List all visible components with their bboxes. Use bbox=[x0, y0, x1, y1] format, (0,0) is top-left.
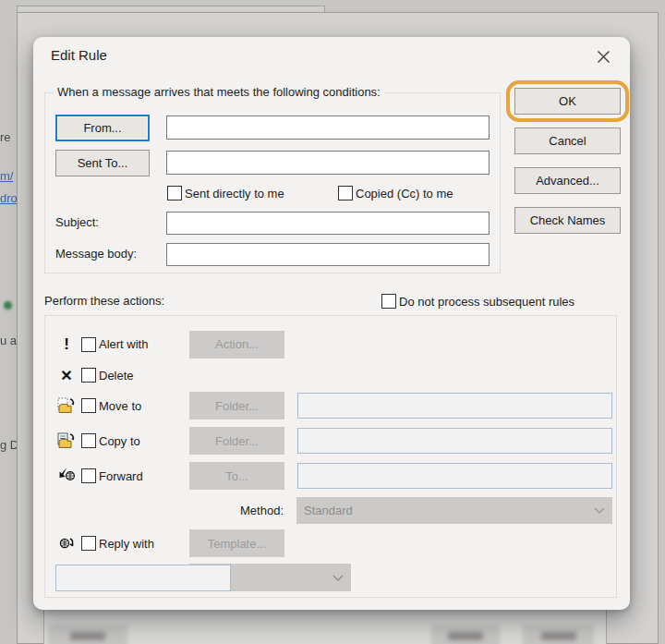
dialog-title: Edit Rule bbox=[51, 47, 107, 63]
copy-folder-input bbox=[297, 428, 612, 454]
checkbox-label: Delete bbox=[99, 369, 134, 383]
blurred-button bbox=[431, 625, 500, 644]
delete-icon: ✕ bbox=[52, 367, 81, 384]
subject-label: Subject: bbox=[55, 215, 99, 229]
action-row-reply: Reply with Template... bbox=[44, 529, 617, 557]
method-value: Standard bbox=[304, 504, 353, 517]
do-not-process-checkbox[interactable]: Do not process subsequent rules bbox=[381, 294, 574, 309]
message-body-input[interactable] bbox=[166, 243, 490, 266]
perform-actions-heading: Perform these actions: bbox=[44, 294, 164, 308]
checkbox-label: Do not process subsequent rules bbox=[399, 295, 574, 309]
method-dropdown: Standard bbox=[296, 497, 612, 524]
cancel-button[interactable]: Cancel bbox=[514, 128, 621, 154]
background-link-fragment: m/ bbox=[0, 169, 13, 183]
conditions-legend: When a message arrives that meets the fo… bbox=[54, 85, 384, 99]
move-to-checkbox[interactable]: Move to bbox=[81, 398, 185, 413]
blurred-button bbox=[523, 625, 594, 644]
checkbox-label: Sent directly to me bbox=[185, 187, 284, 200]
checkbox-box[interactable] bbox=[81, 536, 96, 551]
blurred-button bbox=[48, 625, 127, 644]
message-body-label: Message body: bbox=[55, 247, 137, 261]
method-label: Method: bbox=[148, 504, 284, 517]
alert-icon: ! bbox=[52, 335, 81, 354]
checkbox-label: Alert with bbox=[99, 337, 148, 351]
action-row-move: Move to Folder... bbox=[44, 392, 617, 419]
forward-checkbox[interactable]: Forward bbox=[81, 468, 185, 483]
forward-to-input bbox=[297, 463, 612, 489]
alert-with-checkbox[interactable]: Alert with bbox=[81, 337, 185, 352]
reply-template-button: Template... bbox=[189, 529, 284, 557]
chevron-down-icon bbox=[332, 575, 344, 581]
sent-directly-checkbox[interactable]: Sent directly to me bbox=[167, 186, 284, 200]
checkbox-label: Copy to bbox=[99, 434, 140, 448]
from-button[interactable]: From... bbox=[55, 115, 150, 141]
reply-with-checkbox[interactable]: Reply with bbox=[81, 536, 185, 551]
custom-input bbox=[55, 565, 231, 591]
forward-to-button: To... bbox=[189, 462, 284, 490]
close-icon[interactable] bbox=[593, 46, 613, 67]
background-link-fragment: dro bbox=[0, 191, 18, 205]
checkbox-box[interactable] bbox=[81, 398, 96, 413]
checkbox-label: Move to bbox=[99, 399, 141, 413]
checkbox-box[interactable] bbox=[381, 294, 396, 309]
sent-to-input[interactable] bbox=[166, 151, 490, 175]
reply-with-icon bbox=[52, 536, 81, 551]
background-green-dot bbox=[4, 301, 12, 310]
action-row-custom: ▶ Custom bbox=[44, 564, 617, 591]
checkbox-box[interactable] bbox=[81, 433, 96, 448]
checkbox-label: Reply with bbox=[99, 537, 154, 551]
action-row-copy: Copy to Folder... bbox=[44, 427, 617, 455]
check-names-button[interactable]: Check Names bbox=[514, 207, 621, 234]
checkbox-box[interactable] bbox=[338, 186, 353, 200]
checkbox-box[interactable] bbox=[81, 468, 96, 483]
copy-to-checkbox[interactable]: Copy to bbox=[81, 433, 185, 448]
from-input[interactable] bbox=[166, 115, 490, 140]
copy-to-folder-icon bbox=[52, 432, 81, 449]
edit-rule-dialog: Edit Rule When a message arrives that me… bbox=[33, 37, 630, 610]
background-text-fragment: re bbox=[0, 130, 11, 144]
subject-input[interactable] bbox=[166, 212, 490, 235]
advanced-button[interactable]: Advanced... bbox=[514, 167, 621, 194]
checkbox-label: Copied (Cc) to me bbox=[356, 187, 453, 200]
checkbox-box[interactable] bbox=[167, 186, 182, 200]
action-row-alert: ! Alert with Action... bbox=[44, 330, 617, 358]
action-row-forward: Forward To... bbox=[44, 462, 617, 490]
action-button: Action... bbox=[189, 331, 284, 358]
action-row-delete: ✕ Delete bbox=[44, 365, 617, 385]
ok-button[interactable]: OK bbox=[514, 88, 621, 115]
background-text-fragment: u a bbox=[0, 334, 17, 347]
forward-icon bbox=[52, 468, 81, 484]
copied-cc-checkbox[interactable]: Copied (Cc) to me bbox=[338, 186, 453, 200]
copy-folder-button: Folder... bbox=[189, 427, 284, 455]
move-folder-button: Folder... bbox=[189, 392, 284, 419]
move-to-folder-icon bbox=[52, 397, 81, 414]
sent-to-button[interactable]: Sent To... bbox=[55, 150, 150, 176]
move-folder-input bbox=[297, 393, 612, 419]
checkbox-box[interactable] bbox=[81, 368, 96, 383]
checkbox-label: Forward bbox=[99, 469, 143, 483]
action-row-method: Method: Standard bbox=[44, 497, 617, 524]
chevron-down-icon bbox=[594, 507, 605, 514]
checkbox-box[interactable] bbox=[81, 337, 96, 352]
delete-checkbox[interactable]: Delete bbox=[81, 368, 185, 383]
